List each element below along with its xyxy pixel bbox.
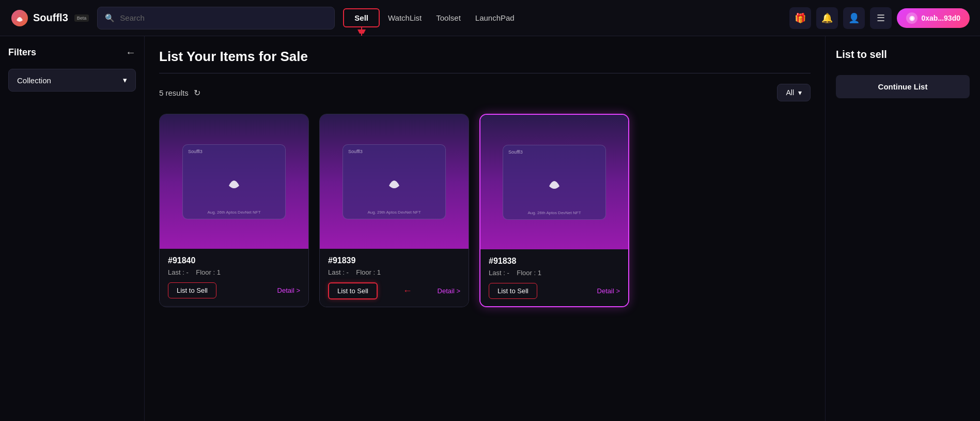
nft-meta-0: Last : - Floor : 1 (168, 268, 300, 276)
nft-inner-label-0: Souffl3 (188, 149, 203, 154)
nft-last-2: Last : - (489, 269, 509, 277)
souffl3-logo-icon-2 (544, 172, 565, 192)
nft-card-0: Souffl3 Aug. 26th Aptos DevNet NFT #9184… (159, 114, 309, 307)
wallet-circle-icon: ◉ (906, 12, 917, 24)
list-to-sell-button-1[interactable]: List to Sell (328, 282, 378, 299)
refresh-button[interactable]: ↻ (194, 88, 200, 98)
profile-button[interactable]: 👤 (843, 7, 865, 29)
detail-link-1[interactable]: Detail > (438, 287, 460, 295)
nft-floor-0: Floor : 1 (196, 268, 221, 276)
nft-inner-label-2: Souffl3 (508, 149, 523, 155)
chevron-down-icon: ▾ (123, 76, 127, 85)
logo-icon (10, 9, 29, 27)
sell-nav-button[interactable]: Sell (343, 8, 380, 27)
notification-button[interactable]: 🔔 (816, 7, 838, 29)
nft-inner-card-2: Souffl3 Aug. 26th Aptos DevNet NFT (503, 145, 606, 220)
page-title: List Your Items for Sale (159, 49, 811, 65)
logo-area: Souffl3 Beta (10, 9, 89, 27)
nft-grid: Souffl3 Aug. 26th Aptos DevNet NFT #9184… (159, 114, 811, 307)
nft-image-0: Souffl3 Aug. 26th Aptos DevNet NFT (160, 114, 308, 249)
filter-dropdown[interactable]: All ▾ (777, 84, 811, 101)
nft-card-2: Souffl3 Aug. 26th Aptos DevNet NFT #9183… (479, 114, 629, 307)
header: Souffl3 Beta 🔍 Sell WatchList Toolset La… (0, 0, 980, 36)
wallet-address: 0xab...93d0 (922, 14, 961, 22)
detail-link-2[interactable]: Detail > (597, 287, 620, 295)
divider (159, 73, 811, 73)
nft-inner-bottom-0: Aug. 26th Aptos DevNet NFT (207, 210, 260, 215)
results-bar: 5 results ↻ All ▾ (159, 84, 811, 101)
right-panel-title: List to sell (836, 49, 970, 61)
main-layout: Filters ← Collection ▾ List Your Items f… (0, 36, 980, 421)
results-count: 5 results (159, 88, 189, 97)
nft-info-0: #91840 Last : - Floor : 1 List to Sell D… (160, 249, 308, 306)
menu-icon: ☰ (877, 12, 885, 24)
collection-dropdown[interactable]: Collection ▾ (8, 69, 136, 92)
nft-floor-1: Floor : 1 (356, 268, 381, 276)
nft-actions-1: List to Sell ← Detail > (328, 282, 460, 299)
nft-inner-bottom-2: Aug. 26th Aptos DevNet NFT (527, 210, 581, 215)
search-icon: 🔍 (105, 13, 115, 23)
nft-info-1: #91839 Last : - Floor : 1 List to Sell ←… (320, 249, 469, 307)
nft-id-1: #91839 (328, 256, 460, 265)
nft-last-0: Last : - (168, 268, 189, 276)
nft-actions-0: List to Sell Detail > (168, 282, 300, 298)
nft-inner-card-0: Souffl3 Aug. 26th Aptos DevNet NFT (182, 144, 286, 219)
back-button[interactable]: ← (126, 47, 136, 58)
filter-chevron-icon: ▾ (798, 88, 802, 97)
gift-button[interactable]: 🎁 (789, 7, 811, 29)
nft-inner-card-1: Souffl3 Aug. 29th Aptos DevNet NFT (343, 144, 446, 219)
logo-beta: Beta (74, 14, 89, 22)
list-to-sell-button-2[interactable]: List to Sell (489, 283, 537, 299)
souffl3-logo-icon-0 (224, 171, 244, 192)
continue-list-button[interactable]: Continue List (836, 75, 970, 98)
nft-card-1: Souffl3 Aug. 29th Aptos DevNet NFT #9183… (319, 114, 469, 307)
detail-link-0[interactable]: Detail > (277, 287, 300, 294)
bell-icon: 🔔 (821, 12, 833, 24)
nft-inner-bottom-1: Aug. 29th Aptos DevNet NFT (367, 210, 421, 215)
wallet-button[interactable]: ◉ 0xab...93d0 (897, 8, 970, 28)
right-panel: List to sell Continue List (825, 36, 980, 421)
collection-label: Collection (17, 76, 51, 85)
launchpad-nav-link[interactable]: LaunchPad (475, 13, 515, 22)
sidebar: Filters ← Collection ▾ (0, 36, 145, 421)
nft-last-1: Last : - (328, 268, 349, 276)
sidebar-header: Filters ← (8, 47, 136, 58)
menu-button[interactable]: ☰ (870, 7, 892, 29)
list-to-sell-button-0[interactable]: List to Sell (168, 282, 216, 298)
nav-links: WatchList Toolset LaunchPad (388, 13, 515, 22)
nft-inner-label-1: Souffl3 (348, 149, 363, 154)
souffl3-logo-icon-1 (384, 171, 405, 192)
filters-title: Filters (8, 47, 36, 58)
gift-icon: 🎁 (795, 12, 806, 24)
results-left: 5 results ↻ (159, 88, 200, 98)
nft-image-1: Souffl3 Aug. 29th Aptos DevNet NFT (320, 114, 469, 249)
search-input[interactable] (120, 13, 327, 22)
nft-image-2: Souffl3 Aug. 26th Aptos DevNet NFT (480, 115, 628, 249)
nft-meta-1: Last : - Floor : 1 (328, 268, 460, 276)
nft-id-0: #91840 (168, 256, 300, 265)
main-content: List Your Items for Sale 5 results ↻ All… (145, 36, 825, 421)
user-icon: 👤 (848, 12, 860, 24)
red-arrow-icon: ← (403, 285, 412, 296)
search-bar[interactable]: 🔍 (97, 7, 335, 29)
nft-info-2: #91838 Last : - Floor : 1 List to Sell D… (480, 249, 628, 306)
header-right: 🎁 🔔 👤 ☰ ◉ 0xab...93d0 (789, 7, 970, 29)
nft-meta-2: Last : - Floor : 1 (489, 269, 620, 277)
nft-actions-2: List to Sell Detail > (489, 283, 620, 299)
nft-id-2: #91838 (489, 257, 620, 266)
watchlist-nav-link[interactable]: WatchList (388, 13, 422, 22)
filter-label: All (786, 88, 794, 97)
logo-text: Souffl3 (33, 12, 68, 24)
toolset-nav-link[interactable]: Toolset (436, 13, 461, 22)
nft-floor-2: Floor : 1 (517, 269, 541, 277)
